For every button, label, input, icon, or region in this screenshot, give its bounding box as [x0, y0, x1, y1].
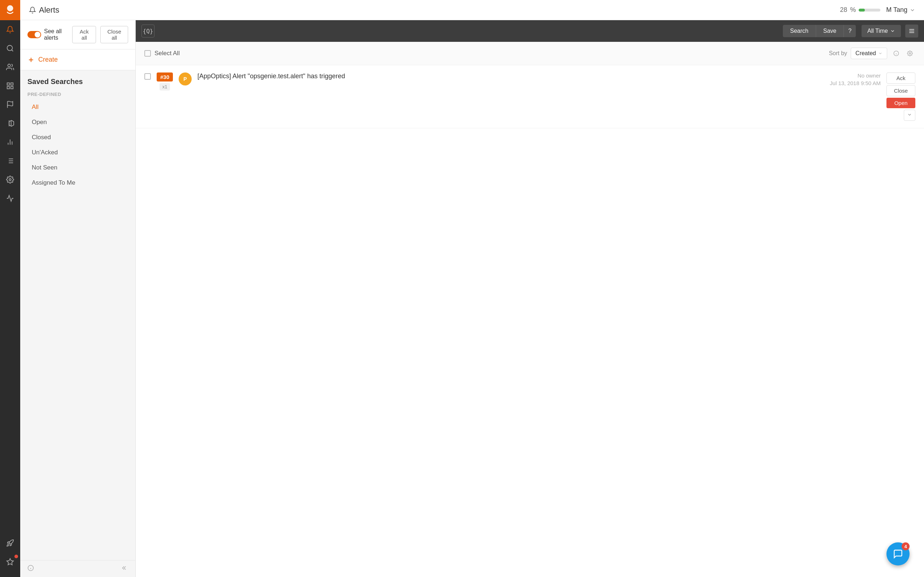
user-menu[interactable]: M Tang	[886, 6, 915, 14]
svg-rect-5	[11, 83, 13, 85]
help-button[interactable]: ?	[843, 25, 856, 37]
info-icon[interactable]	[27, 565, 34, 573]
chat-badge: 4	[901, 542, 909, 550]
chevron-down-icon	[909, 7, 915, 13]
chevron-down-icon	[907, 112, 912, 117]
chat-widget[interactable]: 4	[887, 542, 909, 566]
sort-help-icon[interactable]	[891, 48, 901, 59]
sort-area: Sort by Created	[829, 48, 915, 59]
content-area: See all alerts Ack all Close all Create …	[20, 20, 924, 577]
search-button[interactable]: Search	[783, 25, 816, 37]
alert-owner: No owner	[830, 73, 881, 79]
svg-line-2	[11, 50, 13, 51]
hamburger-icon	[908, 28, 915, 34]
close-all-button[interactable]: Close all	[100, 26, 128, 43]
nav-icon-star[interactable]	[0, 553, 20, 571]
alert-message: [AppOptics] Alert "opsgenie.test.alert" …	[197, 73, 824, 80]
see-all-toggle[interactable]: See all alerts	[27, 28, 68, 41]
search-save-group: Search Save ?	[783, 25, 856, 37]
sort-value: Created	[855, 50, 876, 56]
search-item-all[interactable]: All	[27, 100, 128, 114]
time-filter-label: All Time	[867, 28, 888, 34]
sort-icons	[891, 48, 915, 59]
nav-icon-search[interactable]	[0, 39, 20, 58]
page-title: Alerts	[39, 5, 59, 15]
table-row: #30 x1 P [AppOptics] Alert "opsgenie.tes…	[136, 65, 924, 128]
nav-icon-settings[interactable]	[0, 170, 20, 189]
left-panel: See all alerts Ack all Close all Create …	[20, 20, 136, 577]
svg-point-0	[7, 5, 13, 11]
progress-unit: %	[850, 6, 856, 14]
nav-icon-chart[interactable]	[0, 133, 20, 152]
progress-bar-fill	[859, 9, 865, 11]
create-button[interactable]: Create	[20, 49, 135, 70]
chat-icon	[893, 549, 903, 559]
nav-bar	[0, 0, 20, 577]
alert-badge: #30 x1	[157, 73, 173, 90]
sort-settings-icon[interactable]	[905, 48, 915, 59]
menu-button[interactable]	[905, 24, 918, 37]
close-button[interactable]: Close	[887, 85, 915, 96]
ack-all-button[interactable]: Ack all	[72, 26, 96, 43]
search-item-assigned-to-me[interactable]: Assigned To Me	[27, 176, 128, 190]
ack-button[interactable]: Ack	[887, 73, 915, 84]
search-item-closed[interactable]: Closed	[27, 130, 128, 145]
alert-count-badge: x1	[160, 83, 170, 90]
nav-icon-users[interactable]	[0, 58, 20, 76]
saved-searches-panel: Saved Searches PRE-DEFINED All Open Clos…	[20, 70, 135, 560]
time-filter-dropdown[interactable]: All Time	[861, 25, 901, 37]
search-item-not-seen[interactable]: Not Seen	[27, 161, 128, 175]
search-item-open[interactable]: Open	[27, 115, 128, 129]
save-button[interactable]: Save	[816, 25, 843, 37]
header-right: 28 % M Tang	[840, 6, 915, 14]
toggle-switch[interactable]	[27, 31, 41, 38]
search-input[interactable]	[157, 28, 777, 34]
alert-list-header: Select All Sort by Created	[136, 42, 924, 65]
user-name: M Tang	[886, 6, 908, 14]
svg-rect-7	[11, 87, 13, 89]
panel-footer	[20, 560, 135, 577]
search-bar: {Q} Search Save ? All Time	[136, 20, 924, 42]
progress-area: 28 %	[840, 6, 880, 14]
svg-rect-4	[7, 83, 10, 85]
open-status-button[interactable]: Open	[887, 98, 915, 108]
predefined-label: PRE-DEFINED	[27, 92, 128, 97]
alert-meta: No owner Jul 13, 2018 9:50 AM	[830, 73, 881, 86]
notification-badge	[15, 554, 18, 558]
nav-icon-rocket[interactable]	[0, 534, 20, 553]
select-all-area: Select All	[144, 50, 180, 57]
see-all-label: See all alerts	[44, 28, 68, 41]
svg-point-20	[9, 179, 11, 181]
progress-value: 28	[840, 6, 847, 14]
nav-icon-flag[interactable]	[0, 95, 20, 114]
right-panel: {Q} Search Save ? All Time	[136, 20, 924, 577]
top-header: Alerts 28 % M Tang	[20, 0, 924, 20]
alert-time: Jul 13, 2018 9:50 AM	[830, 80, 881, 86]
expand-button[interactable]	[904, 110, 915, 121]
select-all-checkbox[interactable]	[144, 50, 151, 56]
search-item-unacked[interactable]: Un'Acked	[27, 145, 128, 160]
sort-select-dropdown[interactable]: Created	[851, 48, 887, 59]
alert-source-icon: P	[179, 73, 192, 85]
svg-marker-21	[7, 559, 13, 565]
svg-point-1	[7, 45, 13, 51]
collapse-button[interactable]	[122, 565, 128, 573]
nav-logo[interactable]	[0, 0, 20, 20]
nav-icon-alerts[interactable]	[0, 20, 20, 39]
sort-chevron-icon	[878, 51, 882, 56]
nav-icon-list[interactable]	[0, 152, 20, 170]
nav-icon-camera[interactable]	[0, 114, 20, 133]
svg-rect-6	[7, 87, 10, 89]
nav-icon-integration[interactable]	[0, 189, 20, 208]
create-label: Create	[38, 56, 58, 63]
alert-content: [AppOptics] Alert "opsgenie.test.alert" …	[197, 73, 824, 80]
alert-checkbox[interactable]	[144, 73, 151, 80]
svg-point-3	[8, 64, 10, 67]
nav-icon-grid[interactable]	[0, 76, 20, 95]
alert-actions: Ack Close Open	[887, 73, 915, 121]
time-filter-chevron-icon	[890, 29, 895, 34]
plus-icon	[27, 56, 35, 63]
nav-bottom-icons	[0, 534, 20, 577]
alert-number-badge: #30	[157, 73, 173, 82]
select-all-label: Select All	[155, 50, 180, 57]
